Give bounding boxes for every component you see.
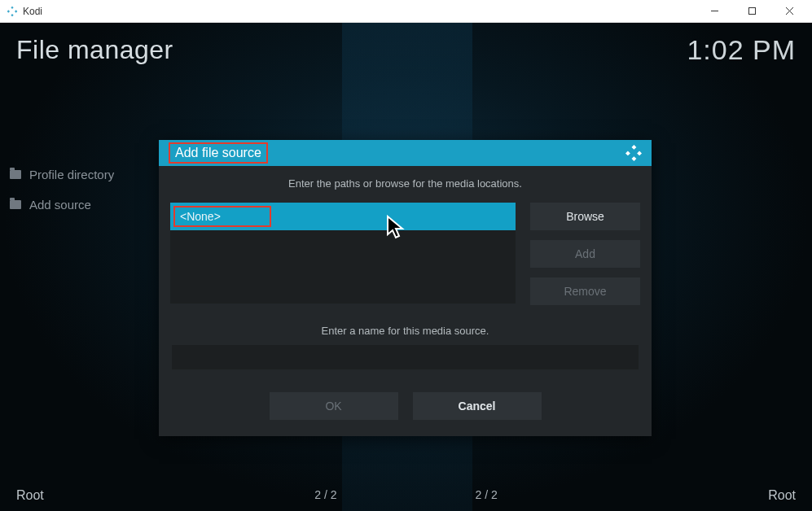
list-item-add-source[interactable]: Add source <box>10 198 114 212</box>
kodi-app-icon <box>7 6 18 17</box>
kodi-app: File manager 1:02 PM Profile directory A… <box>0 23 812 511</box>
svg-rect-1 <box>7 10 10 12</box>
remove-button[interactable]: Remove <box>530 277 640 305</box>
ok-button[interactable]: OK <box>270 392 398 420</box>
window-controls <box>703 2 805 21</box>
annotation-highlight: <None> <box>173 206 271 227</box>
paths-list[interactable]: <None> <box>170 203 516 304</box>
minimize-button[interactable] <box>703 2 726 21</box>
folder-icon <box>10 170 21 179</box>
svg-rect-10 <box>637 151 642 155</box>
list-item-profile-directory[interactable]: Profile directory <box>10 168 114 181</box>
dialog-header: Add file source <box>159 140 652 166</box>
dialog-instruction: Enter the paths or browse for the media … <box>170 177 640 190</box>
maximize-button[interactable] <box>740 2 763 21</box>
name-instruction: Enter a name for this media source. <box>170 325 640 337</box>
window-title: Kodi <box>23 6 42 17</box>
svg-rect-5 <box>748 8 755 15</box>
list-item-label: Profile directory <box>29 168 114 181</box>
footer-count-left: 2 / 2 <box>314 488 336 501</box>
add-file-source-dialog: Add file source Enter the paths or brows… <box>159 140 652 436</box>
source-name-input[interactable] <box>172 345 639 369</box>
path-item-selected[interactable]: <None> <box>170 203 516 230</box>
kodi-header: File manager 1:02 PM <box>16 34 796 66</box>
list-item-label: Add source <box>29 198 91 212</box>
page-title: File manager <box>16 35 173 65</box>
add-button[interactable]: Add <box>530 240 640 268</box>
cancel-button[interactable]: Cancel <box>413 392 542 420</box>
folder-icon <box>10 200 21 209</box>
footer-right-root: Root <box>768 488 796 503</box>
svg-rect-3 <box>11 14 13 16</box>
close-button[interactable] <box>778 2 801 21</box>
svg-rect-11 <box>631 156 636 161</box>
browse-button[interactable]: Browse <box>530 203 640 230</box>
clock: 1:02 PM <box>687 34 796 66</box>
path-value: <None> <box>180 210 221 223</box>
window-titlebar: Kodi <box>0 0 812 23</box>
svg-rect-9 <box>625 151 630 155</box>
kodi-footer: Root 2 / 2 2 / 2 Root <box>16 488 796 503</box>
footer-left-root: Root <box>16 488 44 503</box>
svg-rect-2 <box>15 10 17 12</box>
svg-rect-8 <box>631 145 636 150</box>
footer-count-right: 2 / 2 <box>476 488 498 501</box>
kodi-logo-icon <box>625 145 642 161</box>
dialog-title: Add file source <box>175 146 261 160</box>
annotation-highlight: Add file source <box>169 142 268 164</box>
file-list-left: Profile directory Add source <box>10 168 114 228</box>
svg-rect-0 <box>11 6 13 8</box>
